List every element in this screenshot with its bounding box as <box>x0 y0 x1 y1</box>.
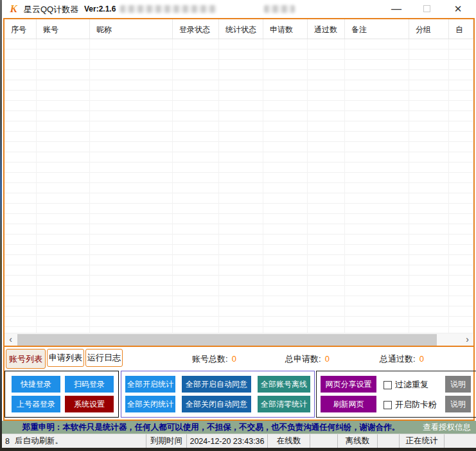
column-header-auto[interactable]: 自 <box>449 19 473 39</box>
login-group: 快捷登录 扫码登录 上号器登录 系统设置 <box>4 371 119 418</box>
scrollbar-thumb[interactable] <box>17 334 437 346</box>
help-button-antistuck[interactable]: 说明 <box>445 396 471 412</box>
table-header: 序号 账号 昵称 登录状态 统计状态 申请数 通过数 备注 分组 自 <box>4 19 473 39</box>
offline-label: 离线数 <box>338 434 378 448</box>
counting-label: 正在统计 <box>400 434 445 448</box>
anti-stuck-label: 开启防卡粉 <box>395 399 437 411</box>
minimize-button[interactable]: — <box>383 0 409 18</box>
app-logo-icon: K <box>7 3 20 15</box>
column-header-seq[interactable]: 序号 <box>4 19 37 39</box>
auto-refresh-status: 8 后自动刷新。 <box>2 434 146 448</box>
filter-duplicate-label: 过滤重复 <box>395 379 428 391</box>
start-all-stats-button[interactable]: 全部开启统计 <box>125 376 175 393</box>
loader-login-button[interactable]: 上号器登录 <box>12 396 60 412</box>
total-accounts-value: 0 <box>232 354 236 364</box>
tab-account-list[interactable]: 账号列表 <box>6 349 46 369</box>
offline-value <box>378 434 400 448</box>
refresh-note: 后自动刷新。 <box>15 436 63 447</box>
account-table-body[interactable] <box>4 39 473 333</box>
total-requests-stat: 总申请数:0 <box>285 353 330 365</box>
expiry-value: 2024-12-20 23:43:36 <box>187 434 268 448</box>
column-header-stat-status[interactable]: 统计状态 <box>219 19 263 39</box>
total-passed-stat: 总通过数:0 <box>380 353 424 365</box>
main-content: 序号 账号 昵称 登录状态 统计状态 申请数 通过数 备注 分组 自 <box>3 18 475 421</box>
expiry-label: 到期时间 <box>146 434 187 448</box>
filter-duplicate-checkbox[interactable]: 过滤重复 <box>383 379 428 391</box>
window-title: 星云QQ计数器 <box>24 4 78 15</box>
tab-bar: 账号列表 申请列表 运行日志 账号总数:0 总申请数:0 总通过数:0 <box>4 346 473 369</box>
refresh-countdown: 8 <box>5 437 10 446</box>
scroll-right-icon[interactable]: › <box>461 333 473 346</box>
column-header-account[interactable]: 账号 <box>37 19 90 39</box>
disable-auto-agree-button[interactable]: 全部关闭自动同意 <box>182 396 251 412</box>
column-header-login-status[interactable]: 登录状态 <box>173 19 219 39</box>
column-header-group[interactable]: 分组 <box>409 19 449 39</box>
tab-run-log[interactable]: 运行日志 <box>85 349 123 367</box>
app-window: K 星云QQ计数器 Ver:2.1.6 — ✕ 序号 账号 昵称 登录状态 统计… <box>2 0 476 448</box>
quick-login-button[interactable]: 快捷登录 <box>12 376 60 393</box>
web-options-group: 网页分享设置 刷新网页 过滤重复 开启防卡粉 说明 说明 <box>316 371 476 418</box>
control-panel: 快捷登录 扫码登录 上号器登录 系统设置 全部开启统计 全部开启自动同意 全部账… <box>4 369 473 420</box>
horizontal-scrollbar[interactable]: ‹ › <box>4 333 473 346</box>
system-settings-button[interactable]: 系统设置 <box>65 396 114 412</box>
redacted-text <box>120 5 216 13</box>
status-bar: 8 后自动刷新。 到期时间 2024-12-20 23:43:36 在线数 离线… <box>2 434 476 448</box>
refresh-web-button[interactable]: 刷新网页 <box>321 396 376 412</box>
checkbox-icon <box>383 401 392 409</box>
enable-auto-agree-button[interactable]: 全部开启自动同意 <box>182 376 251 393</box>
maximize-button[interactable] <box>414 0 439 18</box>
title-bar[interactable]: K 星云QQ计数器 Ver:2.1.6 — ✕ <box>2 0 476 18</box>
column-header-note[interactable]: 备注 <box>345 19 409 39</box>
online-label: 在线数 <box>268 434 310 448</box>
declaration-text: 郑重申明：本软件只是统计器，任何人都可以使用，不担保，不交易，也不负责沟通任何纠… <box>2 422 420 433</box>
redacted-text <box>264 5 295 13</box>
total-requests-label: 总申请数: <box>285 354 321 364</box>
scan-login-button[interactable]: 扫码登录 <box>65 376 114 393</box>
batch-stats-group: 全部开启统计 全部开启自动同意 全部账号离线 全部关闭统计 全部关闭自动同意 全… <box>121 371 315 418</box>
column-header-passed[interactable]: 通过数 <box>308 19 345 39</box>
column-header-requests[interactable]: 申请数 <box>263 19 308 39</box>
stop-all-stats-button[interactable]: 全部关闭统计 <box>125 396 175 412</box>
maximize-icon <box>423 5 430 12</box>
table-gridlines <box>4 39 473 333</box>
total-passed-value: 0 <box>419 354 424 364</box>
online-value <box>310 434 338 448</box>
total-accounts-label: 账号总数: <box>192 354 228 364</box>
total-accounts-stat: 账号总数:0 <box>192 353 236 365</box>
all-offline-button[interactable]: 全部账号离线 <box>258 376 310 393</box>
checkbox-icon <box>383 381 392 389</box>
total-requests-value: 0 <box>325 354 330 364</box>
scroll-left-icon[interactable]: ‹ <box>4 333 17 346</box>
tab-request-list[interactable]: 申请列表 <box>47 349 84 367</box>
help-button-filter[interactable]: 说明 <box>445 376 471 393</box>
total-passed-label: 总通过数: <box>380 354 416 364</box>
declaration-bar: 郑重申明：本软件只是统计器，任何人都可以使用，不担保，不交易，也不负责沟通任何纠… <box>2 421 476 434</box>
web-share-settings-button[interactable]: 网页分享设置 <box>321 376 376 393</box>
version-label: Ver:2.1.6 <box>84 4 116 13</box>
clear-all-stats-button[interactable]: 全部清零统计 <box>258 396 310 412</box>
view-authorization-link[interactable]: 查看授权信息 <box>420 422 476 433</box>
anti-stuck-checkbox[interactable]: 开启防卡粉 <box>383 399 437 411</box>
column-header-nickname[interactable]: 昵称 <box>90 19 173 39</box>
close-button[interactable]: ✕ <box>445 0 471 18</box>
desktop-background: { "titlebar": { "app_title": "星云QQ计数器", … <box>0 0 476 451</box>
counting-value <box>445 434 476 448</box>
